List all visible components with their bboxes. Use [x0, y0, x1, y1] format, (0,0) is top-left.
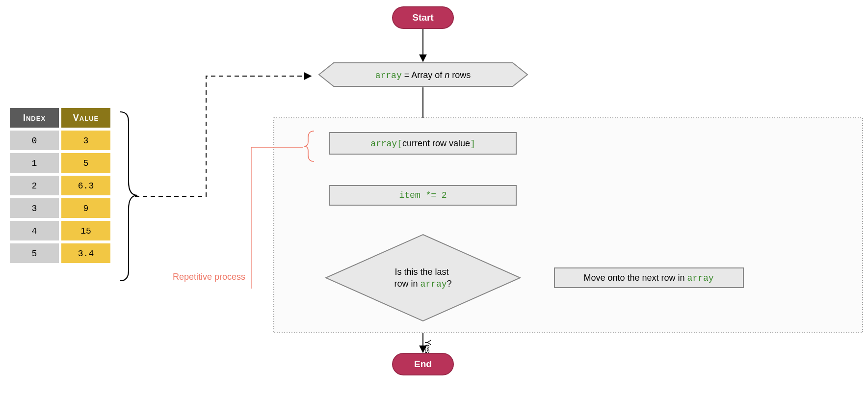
input-text: array = Array of n rows: [375, 70, 471, 80]
table-cell-text: 3: [83, 136, 89, 146]
table-cell-text: 0: [32, 136, 37, 146]
process-next-row-text: Move onto the next row in array: [583, 273, 713, 283]
table-cell-text: 5: [83, 159, 89, 168]
table-cell-text: 9: [83, 204, 89, 213]
end-label: End: [414, 359, 432, 369]
flowchart-diagram: No Yes Start array = Array of n rows arr…: [0, 0, 868, 399]
table-cell-text: 15: [80, 226, 91, 236]
table-cell-text: 4: [32, 226, 37, 236]
process-multiply-text: item *= 2: [399, 190, 447, 200]
array-table: IndexValue031526.33941553.4: [10, 108, 110, 263]
process-array-row-text: array[current row value]: [370, 138, 475, 149]
table-cell-text: 5: [32, 249, 37, 259]
table-cell-text: 3: [32, 204, 37, 213]
annotation-label: Repetitive process: [173, 272, 245, 282]
table-brace: [120, 112, 137, 281]
table-cell-text: Value: [73, 113, 99, 123]
table-cell-text: Index: [23, 113, 46, 123]
start-label: Start: [412, 12, 434, 23]
label-yes: Yes: [423, 340, 432, 353]
table-cell-text: 2: [32, 181, 37, 191]
table-cell-text: 6.3: [78, 181, 94, 191]
table-cell-text: 3.4: [78, 249, 94, 259]
table-cell-text: 1: [32, 159, 37, 168]
